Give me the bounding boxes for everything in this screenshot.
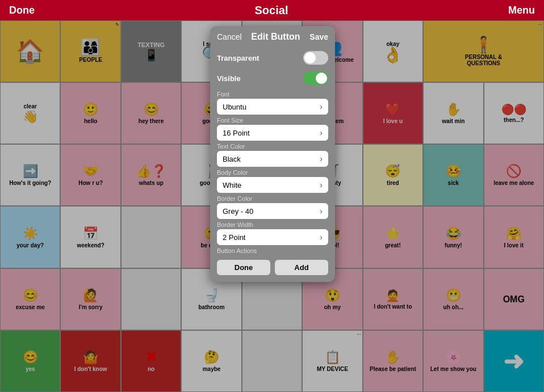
cell-tired[interactable]: 😴 tired (363, 144, 423, 206)
done-action-button[interactable]: Done (217, 260, 270, 275)
cell-clear[interactable]: clear 👋 (0, 82, 60, 144)
body-color-value: White (223, 181, 320, 189)
border-color-value: Grey - 40 (223, 207, 320, 216)
cell-great[interactable]: ⭐ great! (363, 206, 423, 268)
cell-no[interactable]: ✖ no (121, 330, 181, 392)
border-width-section-label: Border Width (210, 219, 335, 229)
font-size-select[interactable]: 16 Point › (217, 125, 328, 141)
edit-button-modal: Cancel Edit Button Save Transparent Visi… (210, 26, 335, 282)
cell-yes[interactable]: 😊 yes (0, 330, 60, 392)
cell-uhoh[interactable]: 😬 uh oh... (423, 268, 483, 330)
modal-title: Edit Button (251, 32, 300, 42)
border-width-arrow-icon: › (320, 233, 323, 242)
cell-idontw[interactable]: 🙅 I don't want to (363, 268, 423, 330)
cell-patient[interactable]: ✋ Please be patient (363, 330, 423, 392)
cell-col5-r6[interactable] (242, 330, 302, 392)
border-color-select[interactable]: Grey - 40 › (217, 203, 328, 219)
cell-excuseme[interactable]: 😊 excuse me (0, 268, 60, 330)
cell-hows[interactable]: ➡️ How's it going? (0, 144, 60, 206)
cell-whatsup[interactable]: 👍❓ whats up (121, 144, 181, 206)
button-actions-label: Button Actions (210, 245, 335, 255)
cell-leavemealone[interactable]: 🚫 leave me alone (484, 144, 544, 206)
cell-okay[interactable]: okay 👌 (363, 20, 423, 82)
top-bar: Done Social Menu (0, 0, 544, 20)
menu-button[interactable]: Menu (508, 5, 535, 16)
cell-maybe[interactable]: 🤔 maybe (181, 330, 241, 392)
body-color-arrow-icon: › (320, 180, 323, 189)
font-value: Ubuntu (223, 103, 320, 111)
font-size-arrow-icon: › (320, 128, 323, 137)
border-color-arrow-icon: › (320, 206, 323, 216)
cell-omg[interactable]: OMG (484, 268, 544, 330)
cell-people[interactable]: 👨‍👩‍👦 PEOPLE ✎ (60, 20, 120, 82)
cell-letme[interactable]: 🌸 Let me show you (423, 330, 483, 392)
text-color-select[interactable]: Black › (217, 151, 328, 167)
text-color-section-label: Text Color (210, 141, 335, 151)
cell-col3-r5[interactable] (121, 268, 181, 330)
body-color-section-label: Body Color (210, 167, 335, 177)
cell-yourday[interactable]: ☀️ your day? (0, 206, 60, 268)
done-button[interactable]: Done (9, 5, 35, 16)
text-color-arrow-icon: › (320, 154, 323, 163)
transparent-toggle[interactable] (303, 51, 328, 65)
cancel-button[interactable]: Cancel (217, 32, 242, 41)
cell-idontknow[interactable]: 🤷 I don't know (60, 330, 120, 392)
add-action-button[interactable]: Add (275, 260, 328, 275)
visible-label: Visible (217, 74, 241, 83)
cell-iloveit[interactable]: 🤗 I love it (484, 206, 544, 268)
cell-sick[interactable]: 🤒 sick (423, 144, 483, 206)
cell-funny[interactable]: 😂 funny! (423, 206, 483, 268)
border-width-select[interactable]: 2 Point › (217, 229, 328, 245)
font-select[interactable]: Ubuntu › (217, 99, 328, 115)
cell-arrow[interactable]: ➜ (484, 330, 544, 392)
cell-home[interactable]: 🏠 (0, 20, 60, 82)
cell-weekend[interactable]: 📅 weekend? (60, 206, 120, 268)
font-section-label: Font (210, 88, 335, 99)
save-button[interactable]: Save (309, 32, 328, 41)
border-color-section-label: Border Color (210, 193, 335, 203)
transparent-label: Transparent (217, 54, 259, 62)
text-color-value: Black (223, 155, 320, 163)
cell-texting[interactable]: TEXTING 📱 (121, 20, 181, 82)
cell-imsorry[interactable]: 🙋 I'm sorry (60, 268, 120, 330)
cell-personal[interactable]: 🧍 PERSONAL &QUESTIONS ⋯ (423, 20, 544, 82)
modal-header: Cancel Edit Button Save (210, 26, 335, 48)
visible-row: Visible (210, 68, 335, 88)
font-arrow-icon: › (320, 102, 323, 111)
cell-col3-r4[interactable] (121, 206, 181, 268)
cell-howru[interactable]: 🤝 How r u? (60, 144, 120, 206)
page-title: Social (255, 4, 288, 17)
body-color-select[interactable]: White › (217, 177, 328, 193)
font-size-section-label: Font Size (210, 115, 335, 125)
font-size-value: 16 Point (223, 129, 320, 137)
cell-then[interactable]: 🔴🔴 then...? (484, 82, 544, 144)
visible-toggle[interactable] (303, 71, 328, 85)
transparent-row: Transparent (210, 48, 335, 68)
cell-mydevice[interactable]: 📋 MY DEVICE ⋯ (302, 330, 362, 392)
button-actions-row: Done Add (210, 255, 335, 275)
cell-hey[interactable]: 😊 hey there (121, 82, 181, 144)
cell-waitmin[interactable]: ✋ wait min (423, 82, 483, 144)
cell-iloveu[interactable]: ❤️ I love u (363, 82, 423, 144)
border-width-value: 2 Point (223, 233, 320, 242)
cell-hello[interactable]: 🙂 hello (60, 82, 120, 144)
